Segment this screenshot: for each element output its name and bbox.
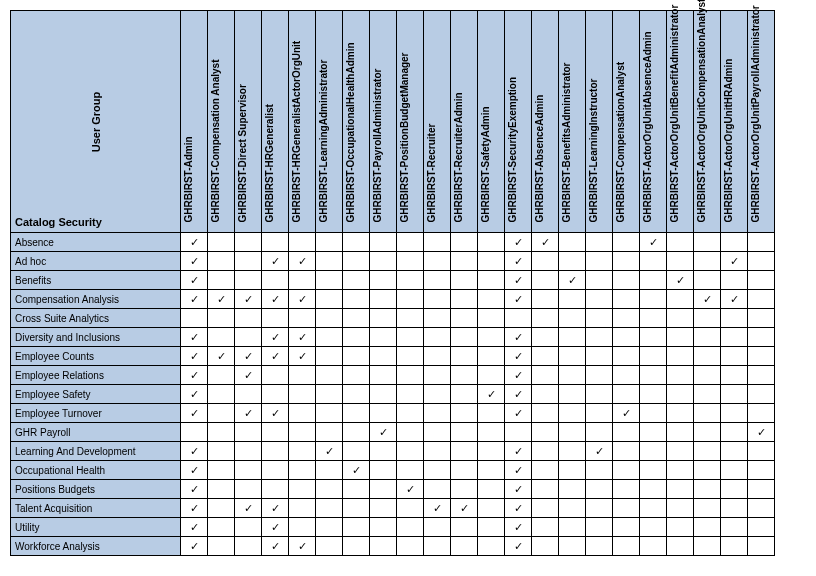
check-icon: ✓ [676,274,685,286]
cell [451,537,478,556]
cell [451,404,478,423]
check-icon: ✓ [190,483,199,495]
cell [370,309,397,328]
cell [694,252,721,271]
cell [478,537,505,556]
table-row: Ad hoc✓✓✓✓✓ [11,252,775,271]
row-header: Occupational Health [11,461,181,480]
row-header: Employee Counts [11,347,181,366]
column-header: GHRBIRST-LearningAdministrator [316,11,343,233]
cell: ✓ [478,385,505,404]
cell: ✓ [748,423,775,442]
cell [289,442,316,461]
cell [370,518,397,537]
cell [586,480,613,499]
cell: ✓ [559,271,586,290]
cell [667,461,694,480]
cell [370,537,397,556]
table-row: GHR Payroll✓✓ [11,423,775,442]
cell [559,290,586,309]
table-row: Absence✓✓✓✓ [11,233,775,252]
cell [289,366,316,385]
cell [613,537,640,556]
cell [748,347,775,366]
cell [208,328,235,347]
cell [370,499,397,518]
cell: ✓ [370,423,397,442]
cell [316,366,343,385]
cell: ✓ [289,347,316,366]
cell [721,366,748,385]
cell: ✓ [451,499,478,518]
check-icon: ✓ [190,293,199,305]
check-icon: ✓ [217,293,226,305]
row-header: Benefits [11,271,181,290]
cell [424,328,451,347]
cell [586,461,613,480]
cell [451,309,478,328]
row-header: Absence [11,233,181,252]
cell [667,442,694,461]
check-icon: ✓ [190,236,199,248]
cell [424,271,451,290]
cell [316,252,343,271]
cell [667,328,694,347]
check-icon: ✓ [514,464,523,476]
row-header: GHR Payroll [11,423,181,442]
cell [694,366,721,385]
cell: ✓ [181,252,208,271]
cell [208,366,235,385]
cell [424,290,451,309]
cell [748,442,775,461]
cell [316,404,343,423]
cell: ✓ [181,518,208,537]
cell: ✓ [289,252,316,271]
cell [667,252,694,271]
cell [640,385,667,404]
check-icon: ✓ [541,236,550,248]
table-row: Employee Safety✓✓✓ [11,385,775,404]
check-icon: ✓ [649,236,658,248]
cell [316,271,343,290]
cell [343,442,370,461]
check-icon: ✓ [271,293,280,305]
cell [640,442,667,461]
cell [748,404,775,423]
cell [262,442,289,461]
cell: ✓ [586,442,613,461]
table-row: Compensation Analysis✓✓✓✓✓✓✓✓ [11,290,775,309]
cell [640,480,667,499]
column-header: GHRBIRST-ActorOrgUnitCompensationAnalyst [694,11,721,233]
cell [667,537,694,556]
check-icon: ✓ [190,255,199,267]
cell [397,290,424,309]
cell [208,385,235,404]
cell [721,461,748,480]
table-row: Employee Turnover✓✓✓✓✓ [11,404,775,423]
cell [613,347,640,366]
cell [397,499,424,518]
cell [505,423,532,442]
cell [235,252,262,271]
cell [613,233,640,252]
cell [478,423,505,442]
cell: ✓ [262,347,289,366]
cell: ✓ [262,404,289,423]
cell: ✓ [397,480,424,499]
check-icon: ✓ [190,464,199,476]
cell [694,480,721,499]
cell [208,233,235,252]
cell [208,423,235,442]
column-header-label: GHRBIRST-ActorOrgUnitPayrollAdministrato… [750,5,761,222]
cell [208,518,235,537]
check-icon: ✓ [487,388,496,400]
cell: ✓ [721,290,748,309]
check-icon: ✓ [271,502,280,514]
cell [208,404,235,423]
cell: ✓ [262,518,289,537]
cell [613,385,640,404]
cell [208,271,235,290]
check-icon: ✓ [298,350,307,362]
cell [667,290,694,309]
cell [235,461,262,480]
